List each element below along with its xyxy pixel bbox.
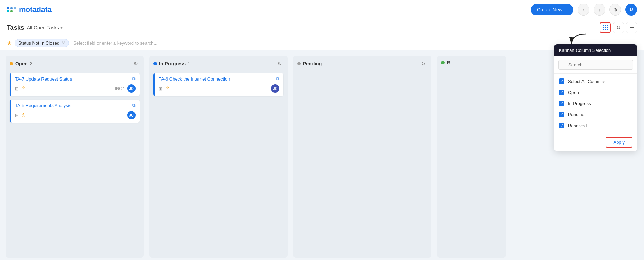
- task-card-header-ta6: TA-6 Check the Internet Connection ⧉: [159, 76, 279, 82]
- column-refresh-open[interactable]: ↻: [132, 60, 140, 67]
- option-resolved-label: Resolved: [568, 123, 587, 128]
- star-icon[interactable]: ★: [7, 40, 12, 46]
- task-card-ta6: TA-6 Check the Internet Connection ⧉ ⊞ ⏱…: [153, 73, 283, 96]
- logo-dot: [10, 10, 13, 12]
- external-link-icon-ta7[interactable]: ⧉: [132, 76, 136, 81]
- header-icon-btn-3[interactable]: ⊕: [609, 4, 621, 16]
- column-title-inprogress: In Progress 1: [153, 61, 190, 66]
- filter-bar: ★ Status Not In Closed ✕ Select field or…: [0, 36, 644, 50]
- clock-icon-ta7: ⏱: [21, 86, 26, 91]
- task-icons-ta7: ⊞ ⏱: [15, 86, 26, 91]
- page-title: Tasks: [7, 24, 24, 31]
- option-open-label: Open: [568, 90, 579, 95]
- panel-title: Kanban Column Selection: [554, 44, 637, 56]
- status-dot-inprogress: [153, 62, 157, 65]
- column-title-pending: Pending: [297, 61, 322, 66]
- inprogress-count: 1: [188, 61, 190, 66]
- chevron-down-icon: ▾: [60, 25, 63, 30]
- panel-search-input[interactable]: [558, 60, 633, 70]
- external-link-icon-ta5[interactable]: ⧉: [132, 103, 136, 108]
- avatar[interactable]: U: [625, 4, 637, 16]
- kanban-board: Open 2 ↻ TA-7 Update Request Status ⧉ ⊞ …: [0, 50, 644, 260]
- option-pending[interactable]: ✓ Pending: [554, 109, 637, 120]
- task-title-ta7[interactable]: TA-7 Update Request Status: [15, 76, 130, 82]
- kanban-column-pending: Pending ↻: [293, 56, 431, 258]
- task-footer-ta5: ⊞ ⏱ JO: [15, 111, 136, 119]
- option-select-all-label: Select All Columns: [568, 79, 605, 84]
- checkbox-open[interactable]: ✓: [559, 90, 564, 95]
- task-card-ta5: TA-5 Requirements Analysis ⧉ ⊞ ⏱ JO: [10, 100, 140, 123]
- option-resolved[interactable]: ✓ Resolved: [554, 120, 637, 131]
- column-header-pending: Pending ↻: [297, 60, 427, 69]
- checkbox-in-progress[interactable]: ✓: [559, 101, 564, 106]
- column-header-inprogress: In Progress 1 ↻: [153, 60, 283, 69]
- plus-icon: +: [564, 7, 567, 12]
- task-ref-ta7: INC-1: [115, 86, 125, 91]
- task-meta-ta7: INC-1 JO: [115, 84, 136, 93]
- clock-icon-ta5: ⏱: [21, 113, 26, 118]
- external-link-icon-ta6[interactable]: ⧉: [276, 76, 279, 81]
- column-refresh-pending[interactable]: ↻: [420, 60, 427, 67]
- filter-label-text: All Open Tasks: [27, 25, 59, 30]
- header-icon-btn-1[interactable]: ⟨: [578, 4, 589, 16]
- task-meta-ta5: JO: [127, 111, 136, 119]
- chip-close-icon[interactable]: ✕: [62, 40, 65, 46]
- avatar-ta7: JO: [127, 84, 136, 93]
- list-view-button[interactable]: ☰: [626, 22, 637, 33]
- checkbox-select-all[interactable]: ✓: [559, 78, 564, 84]
- logo-dot: [10, 7, 13, 9]
- task-icons-ta6: ⊞ ⏱: [159, 86, 170, 91]
- option-select-all[interactable]: ✓ Select All Columns: [554, 76, 637, 87]
- kanban-column-selection-panel: Kanban Column Selection 🔍 ✓ Select All C…: [554, 44, 637, 151]
- panel-footer: Apply: [554, 133, 637, 151]
- apply-button[interactable]: Apply: [606, 137, 632, 148]
- task-footer-ta6: ⊞ ⏱ JE: [159, 84, 279, 93]
- task-footer-ta7: ⊞ ⏱ INC-1 JO: [15, 84, 136, 93]
- checkbox-pending[interactable]: ✓: [559, 112, 564, 117]
- app-header: motadata Create New + ⟨ ↑ ⊕ U: [0, 0, 644, 19]
- status-dot-pending: [297, 62, 301, 65]
- filter-dropdown[interactable]: All Open Tasks ▾: [27, 25, 63, 30]
- create-new-button[interactable]: Create New +: [531, 4, 573, 15]
- header-icon-btn-2[interactable]: ↑: [594, 4, 605, 16]
- logo-dot: [7, 10, 9, 12]
- option-pending-label: Pending: [568, 112, 585, 117]
- kanban-column-open: Open 2 ↻ TA-7 Update Request Status ⧉ ⊞ …: [6, 56, 144, 258]
- logo-dot: [14, 7, 16, 9]
- avatar-ta5: JO: [127, 111, 136, 119]
- logo-dots: [7, 7, 16, 12]
- checkbox-resolved[interactable]: ✓: [559, 123, 564, 128]
- subtask-icon-ta7: ⊞: [15, 86, 19, 91]
- subtask-icon-ta5: ⊞: [15, 113, 19, 118]
- kanban-column-resolved: R: [437, 56, 506, 258]
- filter-search-placeholder[interactable]: Select field or enter a keyword to searc…: [73, 40, 157, 46]
- task-icons-ta5: ⊞ ⏱: [15, 113, 26, 118]
- avatar-ta6: JE: [271, 84, 279, 93]
- task-card-header-ta7: TA-7 Update Request Status ⧉: [15, 76, 136, 82]
- panel-search-area: 🔍: [554, 56, 637, 74]
- logo-dot: [7, 7, 9, 9]
- column-refresh-inprogress[interactable]: ↻: [276, 60, 283, 67]
- option-in-progress-label: In Progress: [568, 101, 591, 106]
- header-right: Create New + ⟨ ↑ ⊕ U: [531, 4, 637, 16]
- option-open[interactable]: ✓ Open: [554, 87, 637, 98]
- task-title-ta5[interactable]: TA-5 Requirements Analysis: [15, 103, 130, 108]
- column-header-open: Open 2 ↻: [10, 60, 140, 69]
- status-filter-chip[interactable]: Status Not In Closed ✕: [15, 39, 69, 47]
- status-dot-open: [10, 62, 13, 65]
- chip-label: Status Not In Closed: [18, 40, 59, 46]
- refresh-button[interactable]: ↻: [613, 22, 624, 33]
- column-title-resolved: R: [441, 60, 450, 65]
- logo: motadata: [7, 5, 52, 14]
- column-title-text-inprogress: In Progress: [159, 61, 186, 66]
- kanban-column-inprogress: In Progress 1 ↻ TA-6 Check the Internet …: [149, 56, 288, 258]
- option-in-progress[interactable]: ✓ In Progress: [554, 98, 637, 109]
- kanban-view-button[interactable]: [600, 22, 611, 33]
- sub-header: Tasks All Open Tasks ▾ ↻ ☰: [0, 19, 644, 36]
- subtask-icon-ta6: ⊞: [159, 86, 162, 91]
- column-header-resolved: R: [441, 60, 502, 67]
- task-title-ta6[interactable]: TA-6 Check the Internet Connection: [159, 76, 274, 82]
- app-name: motadata: [19, 5, 52, 14]
- status-dot-resolved: [441, 61, 445, 64]
- column-title-text-pending: Pending: [303, 61, 322, 66]
